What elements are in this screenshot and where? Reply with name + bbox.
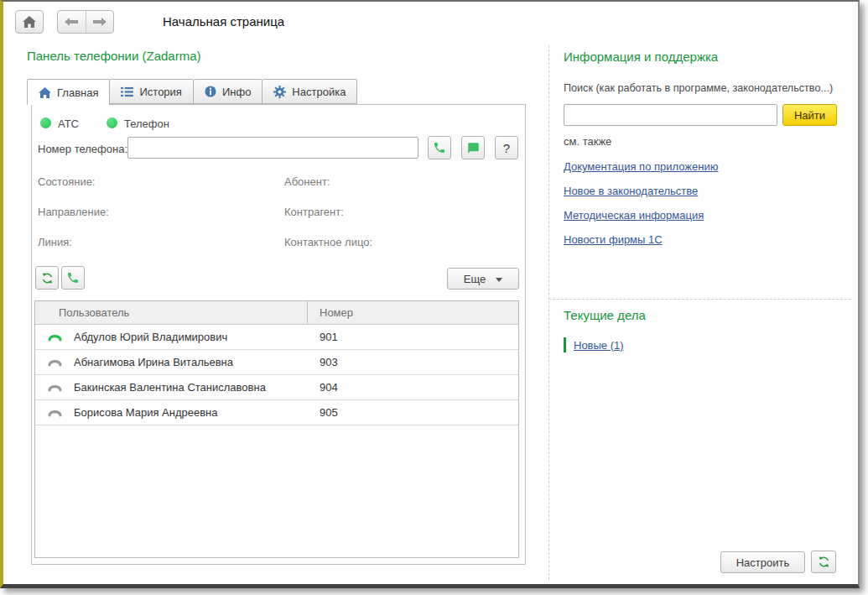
column-header-user[interactable]: Пользователь <box>35 301 308 324</box>
support-search-input[interactable] <box>564 104 777 126</box>
tab-istoriya[interactable]: История <box>110 79 193 104</box>
list-icon <box>121 86 133 97</box>
handset-status-icon <box>48 409 62 417</box>
telephony-panel-title: Панель телефонии (Zadarma) <box>27 49 201 63</box>
horizontal-separator <box>548 299 851 300</box>
phone-icon <box>433 141 446 154</box>
chevron-down-icon <box>496 278 502 282</box>
users-table: Пользователь Номер Абдулов Юрий Владимир… <box>34 300 519 558</box>
tab-nastroyka[interactable]: Настройка <box>262 79 357 104</box>
field-kontragent-label: Контрагент: <box>284 206 344 218</box>
field-liniya-label: Линия: <box>38 236 72 248</box>
phone-number-input[interactable] <box>127 137 418 159</box>
todo-new-link[interactable]: Новые (1) <box>574 339 624 352</box>
back-button[interactable] <box>58 11 86 33</box>
link-methodical-info[interactable]: Методическая информация <box>564 209 704 222</box>
handset-status-icon <box>48 333 62 342</box>
configure-button[interactable]: Настроить <box>720 551 805 573</box>
help-label: ? <box>503 141 510 155</box>
user-name-cell: Борисова Мария Андреевна <box>35 406 308 419</box>
vertical-separator <box>548 45 549 580</box>
more-button[interactable]: Еще <box>447 268 519 290</box>
phone-icon <box>66 271 80 284</box>
tab-label: Настройка <box>292 86 346 98</box>
user-name-cell: Абнагимова Ирина Витальевна <box>35 356 308 368</box>
home-icon <box>23 16 36 28</box>
refresh-icon <box>818 556 830 568</box>
todo-panel-title: Текущие дела <box>564 308 646 322</box>
support-panel-title: Информация и поддержка <box>564 50 718 64</box>
more-button-label: Еще <box>464 273 486 285</box>
see-also-label: см. также <box>564 135 611 148</box>
ats-status-indicator <box>40 117 51 128</box>
forward-button[interactable] <box>86 11 114 33</box>
user-name-cell: Бакинская Валентина Станиславовна <box>35 381 308 394</box>
todo-item-new: Новые (1) <box>564 337 624 352</box>
phone-status-label: Телефон <box>124 117 169 130</box>
link-legislation-new[interactable]: Новое в законодательстве <box>564 185 698 197</box>
link-1c-news[interactable]: Новости фирмы 1С <box>564 233 663 246</box>
table-row[interactable]: Абнагимова Ирина Витальевна 903 <box>35 350 518 375</box>
users-table-header: Пользователь Номер <box>35 301 518 325</box>
user-number-cell: 904 <box>308 381 518 394</box>
find-button[interactable]: Найти <box>782 104 837 126</box>
table-row[interactable]: Бакинская Валентина Станиславовна 904 <box>35 375 518 400</box>
field-kontaktnoe-lico-label: Контактное лицо: <box>284 236 372 248</box>
app-window: Начальная страница Панель телефонии (Zad… <box>0 0 860 588</box>
tab-label: Главная <box>57 86 98 99</box>
user-number-cell: 903 <box>308 356 518 368</box>
gear-icon <box>273 86 286 98</box>
tab-info[interactable]: Инфо <box>194 79 262 104</box>
call-user-button[interactable] <box>61 266 85 290</box>
user-number-cell: 901 <box>308 331 518 343</box>
info-icon <box>205 86 216 97</box>
chat-bubble-icon <box>467 142 480 154</box>
support-search-label: Поиск (как работать в программе, законод… <box>564 82 833 94</box>
table-row[interactable]: Борисова Мария Андреевна 905 <box>35 400 518 425</box>
tab-glavnaya[interactable]: Главная <box>27 79 110 105</box>
forward-arrow-icon <box>93 18 107 26</box>
link-documentation[interactable]: Документация по приложению <box>564 160 718 173</box>
handset-status-icon <box>48 358 62 367</box>
phone-status-indicator <box>107 117 117 128</box>
home-icon <box>39 87 51 98</box>
home-button[interactable] <box>15 10 44 34</box>
nav-buttons <box>57 10 114 34</box>
call-button[interactable] <box>428 136 451 159</box>
page-title: Начальная страница <box>163 14 284 29</box>
tab-label: Инфо <box>222 86 251 98</box>
field-abonent-label: Абонент: <box>284 175 330 188</box>
todo-item-marker <box>564 337 566 352</box>
ats-status-label: АТС <box>58 117 79 130</box>
field-sostoyanie-label: Состояние: <box>38 175 95 188</box>
field-napravlenie-label: Направление: <box>38 206 109 218</box>
refresh-desktop-button[interactable] <box>811 551 836 573</box>
refresh-users-button[interactable] <box>35 266 59 290</box>
table-row[interactable]: Абдулов Юрий Владимирович 901 <box>35 325 518 350</box>
tab-label: История <box>139 86 181 98</box>
user-number-cell: 905 <box>308 406 518 419</box>
telephony-tabbar: Главная История Инфо Настройка <box>27 79 357 105</box>
telephony-main-group: АТС Телефон Номер телефона: ? Состояние:… <box>31 104 526 565</box>
back-arrow-icon <box>65 18 78 26</box>
refresh-icon <box>41 272 54 284</box>
message-button[interactable] <box>461 136 485 159</box>
handset-status-icon <box>48 384 62 392</box>
help-button[interactable]: ? <box>495 136 518 159</box>
phone-number-label: Номер телефона: <box>38 143 127 155</box>
user-name-cell: Абдулов Юрий Владимирович <box>35 331 308 343</box>
column-header-number[interactable]: Номер <box>308 301 518 324</box>
